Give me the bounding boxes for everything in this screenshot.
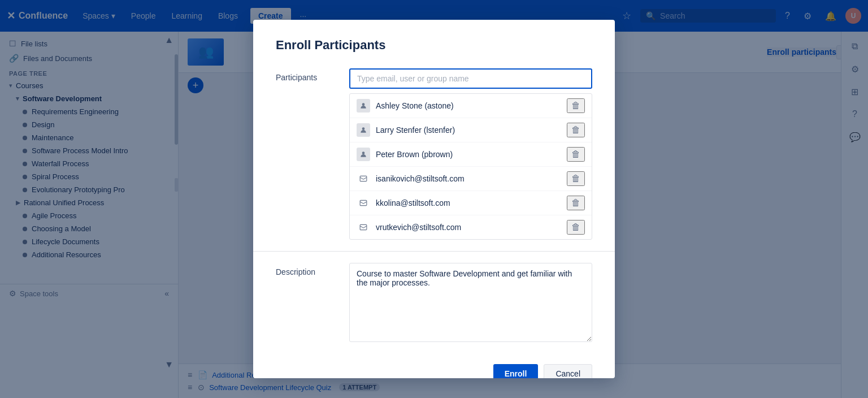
svg-rect-5 — [360, 225, 367, 230]
participant-name: Ashley Stone (astone) — [376, 101, 567, 110]
svg-rect-4 — [360, 201, 367, 206]
delete-participant-button[interactable]: 🗑 — [567, 98, 585, 113]
svg-point-2 — [362, 152, 365, 155]
participant-name: Peter Brown (pbrown) — [376, 150, 567, 159]
description-field: Description Course to master Software De… — [276, 263, 592, 344]
participant-name: isanikovich@stiltsoft.com — [376, 174, 567, 183]
delete-participant-button[interactable]: 🗑 — [567, 220, 585, 235]
participants-field: Participants Ashley Stone (astone) 🗑 — [276, 68, 592, 240]
description-content: Course to master Software Development an… — [349, 263, 592, 344]
svg-rect-3 — [360, 176, 367, 181]
delete-participant-button[interactable]: 🗑 — [567, 171, 585, 186]
delete-participant-button[interactable]: 🗑 — [567, 196, 585, 210]
participant-row: Larry Stenfer (lstenfer) 🗑 — [350, 118, 592, 142]
participant-list: Ashley Stone (astone) 🗑 Larry Stenfer (l… — [349, 93, 592, 240]
modal-footer: Enroll Cancel — [276, 355, 592, 378]
participant-row: isanikovich@stiltsoft.com 🗑 — [350, 167, 592, 191]
email-avatar — [357, 220, 370, 234]
user-avatar — [357, 148, 370, 161]
modal-title: Enroll Participants — [276, 38, 592, 53]
enroll-participants-modal: Enroll Participants Participants Ashley … — [253, 20, 615, 378]
svg-point-0 — [362, 103, 365, 106]
enroll-button[interactable]: Enroll — [493, 364, 539, 378]
delete-participant-button[interactable]: 🗑 — [567, 147, 585, 162]
delete-participant-button[interactable]: 🗑 — [567, 123, 585, 137]
email-avatar — [357, 196, 370, 210]
participant-name: kkolina@stiltsoft.com — [376, 198, 567, 207]
participant-name: vrutkevich@stiltsoft.com — [376, 223, 567, 232]
description-textarea[interactable]: Course to master Software Development an… — [349, 263, 592, 342]
participant-row: vrutkevich@stiltsoft.com 🗑 — [350, 215, 592, 239]
user-avatar — [357, 99, 370, 113]
participants-label: Participants — [276, 68, 349, 82]
email-avatar — [357, 172, 370, 185]
participants-input[interactable] — [349, 68, 592, 89]
cancel-button[interactable]: Cancel — [544, 364, 592, 378]
participant-name: Larry Stenfer (lstenfer) — [376, 126, 567, 135]
participants-content: Ashley Stone (astone) 🗑 Larry Stenfer (l… — [349, 68, 592, 240]
description-label: Description — [276, 263, 349, 276]
svg-point-1 — [362, 128, 365, 131]
user-avatar — [357, 123, 370, 137]
participant-row: Peter Brown (pbrown) 🗑 — [350, 142, 592, 167]
modal-divider — [253, 251, 615, 252]
modal-overlay[interactable]: Enroll Participants Participants Ashley … — [0, 0, 868, 398]
participant-row: Ashley Stone (astone) 🗑 — [350, 94, 592, 118]
participant-row: kkolina@stiltsoft.com 🗑 — [350, 191, 592, 215]
